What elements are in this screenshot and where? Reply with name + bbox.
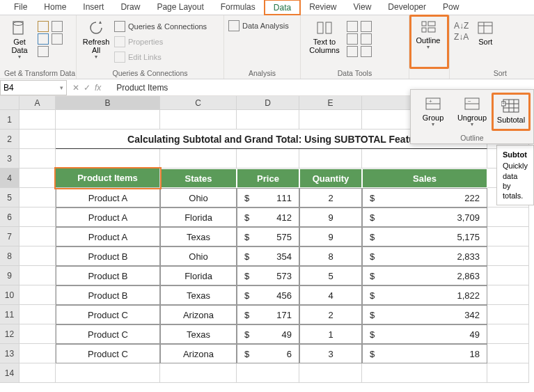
tab-insert[interactable]: Insert [74,0,112,15]
col-header-d[interactable]: D [237,96,299,109]
cell[interactable]: Product Items [56,168,160,188]
tab-power[interactable]: Pow [434,0,467,15]
cell[interactable]: Product B [56,246,160,266]
sort-asc-icon[interactable]: A↓Z [454,21,469,31]
cell[interactable]: Texas [160,324,237,344]
tab-draw[interactable]: Draw [112,0,148,15]
cell[interactable] [56,149,160,168]
cell[interactable] [19,227,56,246]
cell[interactable]: $3,709 [362,207,487,227]
cell[interactable]: Arizona [160,344,237,363]
fx-icon[interactable]: fx [95,83,101,93]
cell[interactable]: Product B [56,266,160,285]
cell[interactable]: 5 [299,266,362,285]
row-header[interactable]: 10 [0,285,19,305]
tab-data[interactable]: Data [264,0,301,15]
cell[interactable]: $222 [362,188,487,207]
cell[interactable]: Texas [160,285,237,305]
cell[interactable]: States [160,168,237,188]
cell[interactable]: 4 [299,285,362,305]
cell[interactable]: Price [237,168,299,188]
cell[interactable] [19,149,56,168]
cell[interactable]: $575 [237,227,299,246]
cell[interactable] [19,110,56,130]
enter-icon[interactable]: ✓ [84,83,91,93]
cell[interactable] [487,246,529,266]
row-header[interactable]: 13 [0,344,19,363]
cell[interactable]: $171 [237,305,299,324]
cell[interactable]: $412 [237,207,299,227]
tab-review[interactable]: Review [301,0,345,15]
cell[interactable] [19,207,56,227]
text-to-columns-button[interactable]: Text to Columns [305,18,344,64]
cell[interactable]: Product A [56,227,160,246]
relationships-icon[interactable] [361,33,372,45]
ungroup-button[interactable]: − Ungroup ▾ [453,93,492,131]
properties-button[interactable]: Properties [114,35,207,49]
cell[interactable] [299,149,362,168]
tab-file[interactable]: File [6,0,36,15]
queries-connections-button[interactable]: Queries & Connections [114,19,207,33]
cell[interactable]: $456 [237,285,299,305]
cell[interactable] [299,110,362,130]
col-header-a[interactable]: A [19,96,56,109]
cell[interactable] [487,266,529,285]
tab-view[interactable]: View [345,0,380,15]
cell[interactable]: $49 [237,324,299,344]
cell[interactable] [160,149,237,168]
consolidate-icon[interactable] [361,21,372,32]
tab-formulas[interactable]: Formulas [212,0,264,15]
cell[interactable] [160,110,237,130]
cell[interactable] [19,305,56,324]
cell[interactable]: Product C [56,305,160,324]
cell[interactable]: $354 [237,246,299,266]
remove-dup-icon[interactable] [347,33,358,45]
cell[interactable]: 1 [299,324,362,344]
data-model-icon[interactable] [361,46,372,57]
cell[interactable] [19,344,56,363]
sort-button[interactable]: Sort [471,18,499,64]
cell[interactable] [19,188,56,207]
cell[interactable]: Arizona [160,305,237,324]
cell[interactable]: $111 [237,188,299,207]
from-table-icon[interactable] [38,46,49,57]
refresh-all-button[interactable]: Refresh All ▾ [81,18,111,64]
name-box[interactable]: B4▾ [0,80,67,95]
cell[interactable] [19,285,56,305]
cell[interactable] [19,266,56,285]
cell[interactable]: $5,175 [362,227,487,246]
cell[interactable]: $573 [237,266,299,285]
formula-input[interactable]: Product Items [105,83,168,93]
row-header[interactable]: 7 [0,227,19,246]
cell[interactable] [487,207,529,227]
from-web-icon[interactable] [38,33,49,45]
cell[interactable]: 2 [299,305,362,324]
subtotal-button[interactable]: + Subtotal [492,93,531,131]
cell[interactable]: Ohio [160,246,237,266]
cell[interactable]: $342 [362,305,487,324]
cell[interactable]: Product B [56,285,160,305]
row-header[interactable]: 3 [0,149,19,168]
edit-links-button[interactable]: Edit Links [114,50,207,64]
cell[interactable]: 9 [299,207,362,227]
cell[interactable]: Quantity [299,168,362,188]
cell[interactable]: Product A [56,188,160,207]
group-button[interactable]: + Group ▾ [414,93,453,131]
row-header[interactable]: 11 [0,305,19,324]
select-all-corner[interactable] [0,96,19,109]
cell[interactable] [487,285,529,305]
existing-conn-icon[interactable] [52,33,63,45]
row-header[interactable]: 8 [0,246,19,266]
tab-developer[interactable]: Developer [379,0,434,15]
cell[interactable]: $18 [362,344,487,363]
cell[interactable]: $2,833 [362,246,487,266]
cell[interactable] [19,363,56,383]
data-validation-icon[interactable] [347,46,358,57]
row-header[interactable]: 12 [0,324,19,344]
cell[interactable] [362,363,487,383]
cell[interactable]: Product C [56,344,160,363]
cell[interactable]: $2,863 [362,266,487,285]
cell[interactable] [237,149,299,168]
from-text-icon[interactable] [38,21,49,32]
sort-desc-icon[interactable]: Z↓A [454,32,469,42]
